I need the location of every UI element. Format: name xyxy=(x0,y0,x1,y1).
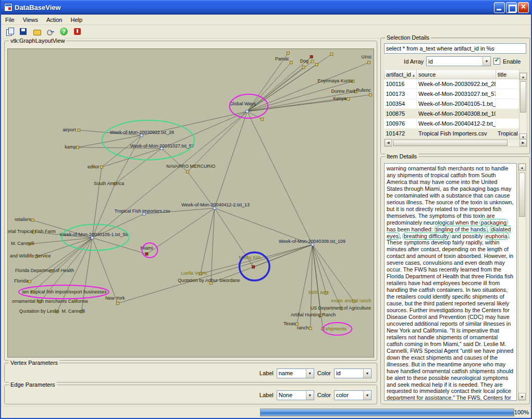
text-segment: and possibly xyxy=(450,233,485,239)
edge-label-select[interactable]: None ▼ xyxy=(277,390,314,400)
help-toolbar-button[interactable] xyxy=(58,26,70,38)
open-toolbar-button[interactable] xyxy=(31,26,43,38)
progress-label: 100% xyxy=(514,409,529,415)
menu-file[interactable]: File xyxy=(1,16,19,24)
graph-node-label: Florida Department xyxy=(15,268,55,273)
connect-toolbar-button[interactable] xyxy=(45,26,56,38)
scroll-right-icon[interactable]: ▶ xyxy=(519,139,527,146)
chevron-down-icon[interactable]: ▼ xyxy=(482,57,490,66)
vertex-label-select[interactable]: name ▼ xyxy=(277,368,314,378)
scroll-up-icon[interactable]: ▲ xyxy=(519,73,527,80)
graph-node[interactable] xyxy=(100,166,103,168)
scroll-down-icon[interactable]: ▼ xyxy=(518,393,526,400)
graph-node[interactable] xyxy=(261,118,264,120)
scrollbar-thumb[interactable] xyxy=(393,140,508,146)
maximize-button[interactable] xyxy=(506,2,517,13)
table-cell: Week-of-Mon-20030922.txt_28 xyxy=(417,79,496,89)
table-cell: 101472 xyxy=(385,129,417,139)
column-header-artifact-id[interactable]: artifact_id ▴ xyxy=(385,70,417,79)
table-cell: 100354 xyxy=(385,99,417,109)
chevron-down-icon[interactable]: ▼ xyxy=(306,369,314,378)
graph-node-label: Florida xyxy=(14,278,28,284)
graph-node[interactable] xyxy=(28,280,31,283)
graph-node[interactable] xyxy=(287,52,289,54)
copy-toolbar-button[interactable] xyxy=(4,26,16,38)
graph-node-label: Rufenc xyxy=(356,88,371,93)
id-array-label: Id Array xyxy=(384,58,424,65)
graph-canvas-area[interactable]: PamatDogUzocEnyinnaya KuntoDunne ParkRuf… xyxy=(7,48,374,358)
table-row[interactable]: 100173Week-of-Mon-20031027.txt_57 xyxy=(385,89,519,99)
graph-node[interactable] xyxy=(78,129,80,131)
graph-node[interactable] xyxy=(369,93,372,96)
graph-node-label: Week-of-Mon-20040412-2.txt_13 xyxy=(181,202,250,207)
close-button[interactable] xyxy=(518,2,529,13)
graph-node[interactable] xyxy=(77,146,79,149)
vertex-color-select[interactable]: id ▼ xyxy=(334,368,372,378)
scroll-up-icon[interactable]: ▲ xyxy=(518,164,526,171)
scroll-left-icon[interactable]: ◀ xyxy=(385,139,392,146)
item-details-text[interactable]: warning ornamental fish merchants not to… xyxy=(384,163,517,401)
menu-action[interactable]: Action xyxy=(42,16,67,24)
graph-canvas[interactable]: PamatDogUzocEnyinnaya KuntoDunne ParkRuf… xyxy=(8,49,374,357)
graph-node[interactable] xyxy=(116,302,119,305)
graph-node[interactable] xyxy=(311,60,314,63)
graph-node[interactable] xyxy=(330,53,333,55)
graph-node-label: ornamental fish merchants California xyxy=(12,299,88,304)
graph-node-label: Kenya xyxy=(333,96,346,101)
graph-view-title: vtk:GraphLayoutView xyxy=(9,38,66,44)
table-row[interactable]: 101472Tropical Fish Importers.csvTropica… xyxy=(385,129,519,139)
table-vertical-scrollbar[interactable]: ▲ ▼ xyxy=(519,72,527,141)
edge-label-caption: Label xyxy=(259,392,274,398)
graph-node[interactable] xyxy=(368,61,370,64)
graph-edge xyxy=(52,238,93,271)
table-row[interactable]: 100976Week-of-Mon-20040412-2.txt_13 xyxy=(385,119,519,129)
column-header-title[interactable]: title xyxy=(496,70,519,79)
graph-node[interactable] xyxy=(290,61,292,64)
graph-node[interactable] xyxy=(31,219,34,221)
progress-fill xyxy=(261,409,514,416)
chevron-down-icon[interactable]: ▼ xyxy=(363,369,371,378)
graph-edge xyxy=(247,57,311,112)
column-header-source[interactable]: source xyxy=(417,70,496,79)
chevron-down-icon[interactable]: ▼ xyxy=(306,391,314,400)
graph-node-label: M. Cannelli xyxy=(11,241,34,246)
table-row[interactable]: 100354Week-of-Mon-20040105-1.txt_58 xyxy=(385,99,519,109)
table-cell xyxy=(496,119,519,129)
id-array-select[interactable]: id ▼ xyxy=(426,56,491,66)
exit-toolbar-button[interactable] xyxy=(72,26,83,38)
table-row[interactable]: 100875Week-of-Mon-20040308.txt_109 xyxy=(385,109,519,119)
graph-node[interactable] xyxy=(145,253,148,255)
item-details-scrollbar[interactable]: ▲ ▼ xyxy=(518,163,526,401)
circled-phrase: packaging xyxy=(479,219,508,226)
scrollbar-thumb[interactable] xyxy=(520,81,526,113)
key-icon xyxy=(46,28,55,36)
minimize-button[interactable] xyxy=(494,2,505,13)
graph-node[interactable] xyxy=(310,55,313,58)
table-horizontal-scrollbar[interactable]: ◀ ▶ xyxy=(384,139,527,147)
graph-node-label: of Health xyxy=(55,268,74,273)
enable-checkbox[interactable] xyxy=(493,58,500,65)
graph-node-label: shipments xyxy=(326,326,347,331)
menu-views[interactable]: Views xyxy=(19,16,42,24)
graph-node[interactable] xyxy=(309,327,312,330)
graph-node[interactable] xyxy=(315,63,318,66)
table-row[interactable]: 100116Week-of-Mon-20030922.txt_28 xyxy=(385,79,519,89)
graph-node[interactable] xyxy=(246,110,249,113)
scrollbar-thumb[interactable] xyxy=(519,172,525,217)
graph-node-label: imperial Tropical Fish Farm xyxy=(8,229,56,234)
menu-help[interactable]: Help xyxy=(66,16,86,24)
graph-node-label: Uzoc xyxy=(361,54,372,59)
edge-parameters-group: Edge Parameters Label None ▼ Color color… xyxy=(4,385,377,404)
graph-node[interactable] xyxy=(347,97,350,100)
table-cell: 100173 xyxy=(385,89,417,99)
edge-color-select[interactable]: color ▼ xyxy=(334,390,372,400)
graph-node-label: South America xyxy=(94,181,124,186)
chevron-down-icon[interactable]: ▼ xyxy=(363,391,371,400)
graph-node[interactable] xyxy=(302,66,305,68)
query-input[interactable] xyxy=(384,43,526,54)
graph-node[interactable] xyxy=(187,170,189,173)
save-toolbar-button[interactable] xyxy=(18,26,29,38)
exit-icon xyxy=(73,28,82,36)
graph-edge xyxy=(33,238,92,292)
table-header-row: artifact_id ▴ source title xyxy=(385,70,519,79)
